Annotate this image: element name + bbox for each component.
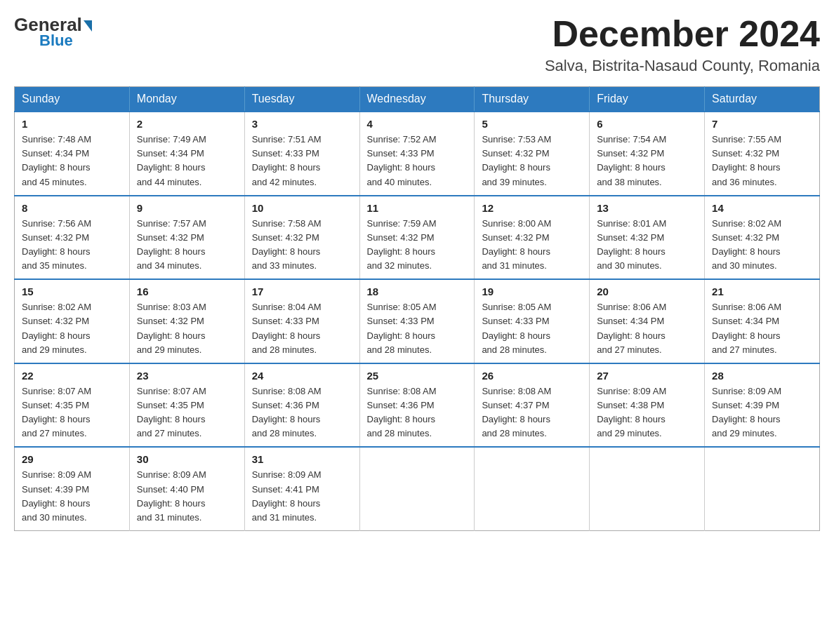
calendar-day-cell: 9Sunrise: 7:57 AM Sunset: 4:32 PM Daylig… (129, 196, 244, 280)
calendar-day-cell: 31Sunrise: 8:09 AM Sunset: 4:41 PM Dayli… (244, 447, 359, 530)
weekday-header: Saturday (705, 87, 820, 112)
calendar-day-cell: 22Sunrise: 8:07 AM Sunset: 4:35 PM Dayli… (15, 363, 130, 448)
day-info: Sunrise: 8:05 AM Sunset: 4:33 PM Dayligh… (482, 300, 582, 357)
day-info: Sunrise: 8:02 AM Sunset: 4:32 PM Dayligh… (712, 217, 812, 274)
day-info: Sunrise: 7:52 AM Sunset: 4:33 PM Dayligh… (367, 133, 468, 189)
day-info: Sunrise: 7:53 AM Sunset: 4:32 PM Dayligh… (482, 133, 582, 189)
calendar-day-cell: 13Sunrise: 8:01 AM Sunset: 4:32 PM Dayli… (590, 196, 705, 280)
calendar-header-row: SundayMondayTuesdayWednesdayThursdayFrid… (15, 87, 820, 112)
day-info: Sunrise: 7:58 AM Sunset: 4:32 PM Dayligh… (252, 217, 352, 274)
day-number: 30 (137, 453, 237, 465)
day-number: 6 (597, 118, 697, 130)
logo-blue-text: Blue (39, 32, 73, 50)
calendar-day-cell: 5Sunrise: 7:53 AM Sunset: 4:32 PM Daylig… (475, 112, 590, 196)
calendar-day-cell: 21Sunrise: 8:06 AM Sunset: 4:34 PM Dayli… (705, 279, 820, 363)
day-info: Sunrise: 7:59 AM Sunset: 4:32 PM Dayligh… (367, 217, 468, 274)
day-number: 21 (712, 286, 812, 297)
title-block: December 2024 Salva, Bistrita-Nasaud Cou… (545, 14, 820, 75)
day-info: Sunrise: 7:49 AM Sunset: 4:34 PM Dayligh… (137, 133, 237, 189)
day-info: Sunrise: 8:07 AM Sunset: 4:35 PM Dayligh… (137, 384, 237, 441)
location-title: Salva, Bistrita-Nasaud County, Romania (545, 57, 820, 75)
day-info: Sunrise: 8:08 AM Sunset: 4:37 PM Dayligh… (482, 384, 582, 441)
day-info: Sunrise: 8:06 AM Sunset: 4:34 PM Dayligh… (597, 300, 697, 357)
day-number: 29 (22, 453, 122, 465)
day-number: 15 (22, 286, 122, 297)
day-info: Sunrise: 8:08 AM Sunset: 4:36 PM Dayligh… (367, 384, 468, 441)
day-number: 7 (712, 118, 812, 130)
day-number: 3 (252, 118, 352, 130)
calendar-day-cell: 12Sunrise: 8:00 AM Sunset: 4:32 PM Dayli… (475, 196, 590, 280)
day-info: Sunrise: 7:55 AM Sunset: 4:32 PM Dayligh… (712, 133, 812, 189)
calendar-week-row: 1Sunrise: 7:48 AM Sunset: 4:34 PM Daylig… (15, 112, 820, 196)
calendar-day-cell: 27Sunrise: 8:09 AM Sunset: 4:38 PM Dayli… (590, 363, 705, 448)
month-title: December 2024 (545, 14, 820, 54)
day-info: Sunrise: 8:04 AM Sunset: 4:33 PM Dayligh… (252, 300, 352, 357)
day-number: 22 (22, 370, 122, 382)
calendar-day-cell: 17Sunrise: 8:04 AM Sunset: 4:33 PM Dayli… (244, 279, 359, 363)
calendar-day-cell: 7Sunrise: 7:55 AM Sunset: 4:32 PM Daylig… (705, 112, 820, 196)
calendar-week-row: 22Sunrise: 8:07 AM Sunset: 4:35 PM Dayli… (15, 363, 820, 448)
weekday-header: Monday (129, 87, 244, 112)
day-info: Sunrise: 8:09 AM Sunset: 4:40 PM Dayligh… (137, 468, 237, 525)
day-number: 26 (482, 370, 582, 382)
calendar-day-cell: 14Sunrise: 8:02 AM Sunset: 4:32 PM Dayli… (705, 196, 820, 280)
day-number: 5 (482, 118, 582, 130)
day-number: 11 (367, 202, 468, 214)
day-info: Sunrise: 7:56 AM Sunset: 4:32 PM Dayligh… (22, 217, 122, 274)
day-number: 31 (252, 453, 352, 465)
calendar-day-cell: 16Sunrise: 8:03 AM Sunset: 4:32 PM Dayli… (129, 279, 244, 363)
day-number: 14 (712, 202, 812, 214)
day-number: 16 (137, 286, 237, 297)
calendar-day-cell: 4Sunrise: 7:52 AM Sunset: 4:33 PM Daylig… (359, 112, 475, 196)
calendar-day-cell: 11Sunrise: 7:59 AM Sunset: 4:32 PM Dayli… (359, 196, 475, 280)
calendar-day-cell (590, 447, 705, 530)
calendar-day-cell: 6Sunrise: 7:54 AM Sunset: 4:32 PM Daylig… (590, 112, 705, 196)
day-info: Sunrise: 8:09 AM Sunset: 4:39 PM Dayligh… (712, 384, 812, 441)
day-number: 19 (482, 286, 582, 297)
calendar-day-cell: 24Sunrise: 8:08 AM Sunset: 4:36 PM Dayli… (244, 363, 359, 448)
weekday-header: Friday (590, 87, 705, 112)
calendar-day-cell: 10Sunrise: 7:58 AM Sunset: 4:32 PM Dayli… (244, 196, 359, 280)
day-info: Sunrise: 7:57 AM Sunset: 4:32 PM Dayligh… (137, 217, 237, 274)
logo-arrow-icon (84, 20, 92, 32)
day-number: 8 (22, 202, 122, 214)
calendar-day-cell: 23Sunrise: 8:07 AM Sunset: 4:35 PM Dayli… (129, 363, 244, 448)
calendar-day-cell (359, 447, 475, 530)
day-info: Sunrise: 8:09 AM Sunset: 4:39 PM Dayligh… (22, 468, 122, 525)
logo: General Blue (14, 14, 92, 50)
day-info: Sunrise: 7:54 AM Sunset: 4:32 PM Dayligh… (597, 133, 697, 189)
day-info: Sunrise: 8:07 AM Sunset: 4:35 PM Dayligh… (22, 384, 122, 441)
day-number: 9 (137, 202, 237, 214)
day-info: Sunrise: 8:08 AM Sunset: 4:36 PM Dayligh… (252, 384, 352, 441)
day-number: 24 (252, 370, 352, 382)
day-info: Sunrise: 7:51 AM Sunset: 4:33 PM Dayligh… (252, 133, 352, 189)
calendar-day-cell: 2Sunrise: 7:49 AM Sunset: 4:34 PM Daylig… (129, 112, 244, 196)
day-info: Sunrise: 8:06 AM Sunset: 4:34 PM Dayligh… (712, 300, 812, 357)
day-info: Sunrise: 8:09 AM Sunset: 4:41 PM Dayligh… (252, 468, 352, 525)
day-info: Sunrise: 8:01 AM Sunset: 4:32 PM Dayligh… (597, 217, 697, 274)
day-info: Sunrise: 7:48 AM Sunset: 4:34 PM Dayligh… (22, 133, 122, 189)
day-number: 18 (367, 286, 468, 297)
day-info: Sunrise: 8:02 AM Sunset: 4:32 PM Dayligh… (22, 300, 122, 357)
weekday-header: Thursday (475, 87, 590, 112)
calendar-week-row: 8Sunrise: 7:56 AM Sunset: 4:32 PM Daylig… (15, 196, 820, 280)
calendar-day-cell: 3Sunrise: 7:51 AM Sunset: 4:33 PM Daylig… (244, 112, 359, 196)
weekday-header: Wednesday (359, 87, 475, 112)
calendar-table: SundayMondayTuesdayWednesdayThursdayFrid… (14, 86, 820, 531)
calendar-day-cell: 8Sunrise: 7:56 AM Sunset: 4:32 PM Daylig… (15, 196, 130, 280)
calendar-day-cell: 18Sunrise: 8:05 AM Sunset: 4:33 PM Dayli… (359, 279, 475, 363)
day-info: Sunrise: 8:09 AM Sunset: 4:38 PM Dayligh… (597, 384, 697, 441)
calendar-day-cell: 25Sunrise: 8:08 AM Sunset: 4:36 PM Dayli… (359, 363, 475, 448)
page-header: General Blue December 2024 Salva, Bistri… (14, 14, 820, 75)
day-number: 4 (367, 118, 468, 130)
calendar-day-cell: 29Sunrise: 8:09 AM Sunset: 4:39 PM Dayli… (15, 447, 130, 530)
weekday-header: Sunday (15, 87, 130, 112)
calendar-day-cell: 1Sunrise: 7:48 AM Sunset: 4:34 PM Daylig… (15, 112, 130, 196)
day-number: 20 (597, 286, 697, 297)
weekday-header: Tuesday (244, 87, 359, 112)
calendar-day-cell (705, 447, 820, 530)
day-number: 27 (597, 370, 697, 382)
day-info: Sunrise: 8:05 AM Sunset: 4:33 PM Dayligh… (367, 300, 468, 357)
day-number: 12 (482, 202, 582, 214)
calendar-day-cell: 26Sunrise: 8:08 AM Sunset: 4:37 PM Dayli… (475, 363, 590, 448)
